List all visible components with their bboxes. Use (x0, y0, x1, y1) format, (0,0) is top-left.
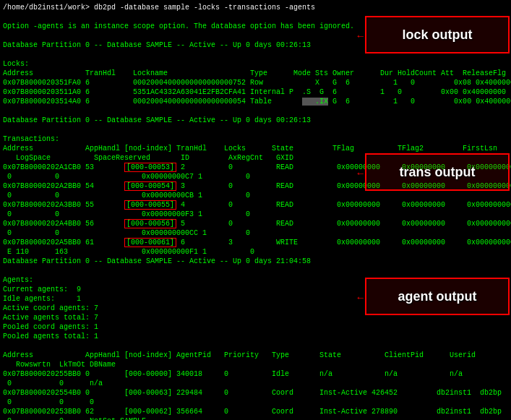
trans-row-5b: E 110 163 0x000000000F1 1 0 (3, 247, 508, 257)
trans-row-5a: 0x07B80000202A5BB0 61 [000-00061] 6 3 WR… (3, 238, 508, 247)
trans-columns-2: LogSpace SpaceReserved ID AxRegCnt GXID (3, 153, 508, 163)
agent-row-1b: 0 0 n/a (3, 379, 508, 388)
db-partition-1: Database Partition 0 -- Database SAMPLE … (3, 40, 508, 50)
blank-2 (3, 31, 508, 40)
active-total: Active agents total: 7 (3, 313, 508, 322)
option-warning: Option -agents is an instance scope opti… (3, 22, 508, 31)
lock-row-3: 0x07B80000203514A0 6 0002000400000000000… (3, 97, 508, 106)
locks-columns: Address TranHdl Lockname Type Mode Sts O… (3, 69, 508, 78)
locks-header: Locks: (3, 59, 508, 69)
trans-row-3a: 0x07B80000202A3BB0 55 [000-00055] 4 0 RE… (3, 200, 508, 210)
agents-columns-1: Address AppHandl [nod-index] AgentPid Pr… (3, 351, 508, 360)
active-coord: Active coord agents: 7 (3, 304, 508, 313)
db-partition-2: Database Partition 0 -- Database SAMPLE … (3, 116, 508, 125)
current-agents: Current agents: 9 (3, 285, 508, 294)
blank-4 (3, 106, 508, 116)
blank-1 (3, 12, 508, 22)
pooled-coord: Pooled coord agents: 1 (3, 322, 508, 332)
trans-columns-1: Address AppHandl [nod-index] TranHdl Loc… (3, 144, 508, 153)
trans-row-4b: 0 0 0x000000000CC 1 0 (3, 228, 508, 238)
db-partition-3: Database Partition 0 -- Database SAMPLE … (3, 257, 508, 266)
agent-row-1a: 0x07B8000020255BB0 0 [000-00000] 340018 … (3, 369, 508, 379)
transactions-header: Transactions: (3, 134, 508, 144)
idle-agents: Idle agents: 1 (3, 294, 508, 304)
trans-row-3b: 0 0 0x00000000F3 1 0 (3, 210, 508, 219)
lock-row-1: 0x07B8000020351FA0 6 0002000400000000000… (3, 78, 508, 87)
agent-row-3a: 0x07B8000020253BB0 62 [000-00062] 356664… (3, 407, 508, 416)
trans-row-1a: 0x07B80000202A1CB0 53 [000-00053] 2 0 RE… (3, 163, 508, 172)
lock-row-2: 0x07B80000203511A0 6 5351AC4332A63041E2F… (3, 87, 508, 97)
agents-columns-2: Rowswrtn LkTmOt DBName (3, 360, 508, 369)
agent-row-3b: 0 0 NotSet SAMPLE (3, 416, 508, 420)
blank-6 (3, 266, 508, 275)
agent-row-2b: 0 0 0 (3, 398, 508, 407)
agent-row-2a: 0x07B80000202554B0 0 [000-00063] 229484 … (3, 388, 508, 398)
terminal: /home/db2inst1/work> db2pd -database sam… (0, 0, 511, 420)
blank-5 (3, 125, 508, 134)
title-line: /home/db2inst1/work> db2pd -database sam… (3, 3, 508, 12)
trans-row-2a: 0x07B80000202A2BB0 54 [000-00054] 3 0 RE… (3, 181, 508, 191)
trans-row-2b: 0 0 0x00000000CB 1 0 (3, 191, 508, 200)
pooled-total: Pooled agents total: 1 (3, 332, 508, 341)
trans-row-4a: 0x07B80000202A4BB0 56 [000-00056] 5 0 RE… (3, 219, 508, 228)
blank-3 (3, 50, 508, 59)
agents-header: Agents: (3, 275, 508, 285)
trans-row-1b: 0 0 0x00000000C7 1 0 (3, 172, 508, 181)
blank-7 (3, 341, 508, 351)
